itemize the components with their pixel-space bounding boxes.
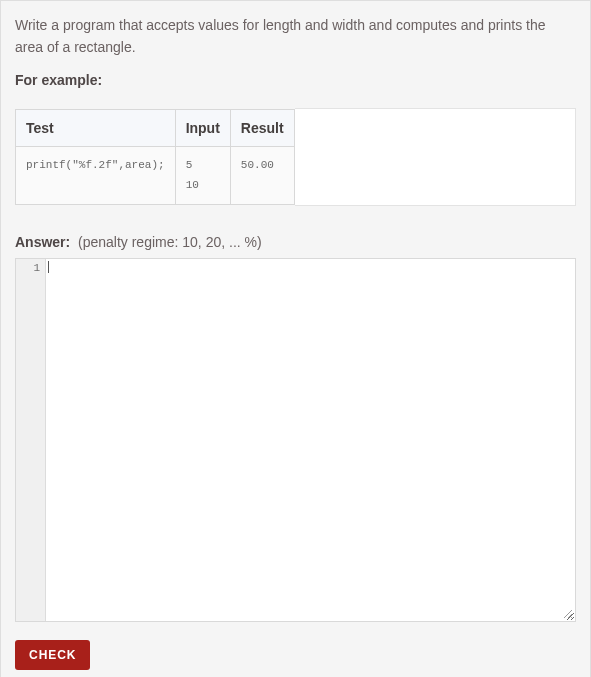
answer-label-line: Answer: (penalty regime: 10, 20, ... %): [15, 234, 576, 250]
resize-grip-icon: [563, 609, 573, 619]
example-table: Test Input Result printf("%f.2f",area); …: [15, 109, 295, 205]
col-input: Input: [175, 109, 230, 146]
editor-gutter: 1: [16, 259, 46, 621]
result-value: 50.00: [241, 159, 274, 171]
example-header-row: Test Input Result: [16, 109, 295, 146]
col-result: Result: [230, 109, 294, 146]
table-row: printf("%f.2f",area); 5 10 50.00: [16, 146, 295, 204]
cell-result: 50.00: [230, 146, 294, 204]
answer-label: Answer:: [15, 234, 70, 250]
svg-line-2: [571, 617, 572, 618]
check-button[interactable]: CHECK: [15, 640, 90, 670]
col-test: Test: [16, 109, 176, 146]
example-filler: [295, 109, 576, 205]
text-cursor: [48, 261, 49, 273]
for-example-label: For example:: [15, 72, 576, 88]
button-row: CHECK: [15, 640, 576, 670]
penalty-regime: (penalty regime: 10, 20, ... %): [78, 234, 262, 250]
example-block: Test Input Result printf("%f.2f",area); …: [15, 108, 576, 205]
test-code: printf("%f.2f",area);: [26, 159, 165, 171]
code-input[interactable]: [46, 259, 575, 621]
question-text: Write a program that accepts values for …: [15, 15, 576, 58]
code-editor[interactable]: 1: [15, 258, 576, 622]
svg-line-1: [568, 614, 572, 618]
cell-input: 5 10: [175, 146, 230, 204]
cell-test: printf("%f.2f",area);: [16, 146, 176, 204]
question-panel: Write a program that accepts values for …: [0, 0, 591, 677]
line-number: 1: [16, 261, 45, 275]
svg-line-0: [564, 610, 572, 618]
spacer: [15, 206, 576, 234]
code-area[interactable]: [46, 259, 575, 621]
input-values: 5 10: [186, 159, 199, 191]
